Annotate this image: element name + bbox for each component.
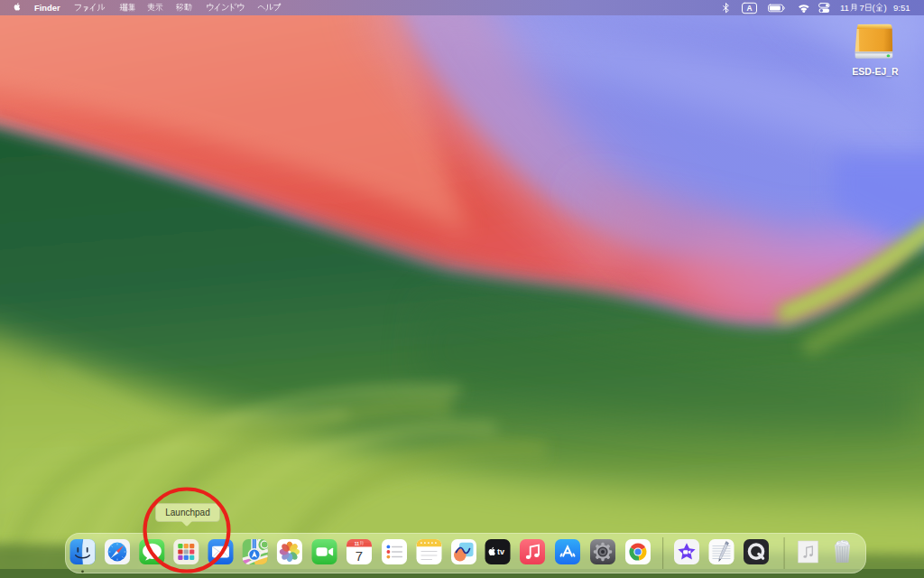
svg-text:11: 11 <box>355 541 360 546</box>
svg-text:ESD-EJ_R: ESD-EJ_R <box>852 66 899 77</box>
svg-text:tv: tv <box>497 547 504 556</box>
svg-text:7: 7 <box>356 548 363 564</box>
